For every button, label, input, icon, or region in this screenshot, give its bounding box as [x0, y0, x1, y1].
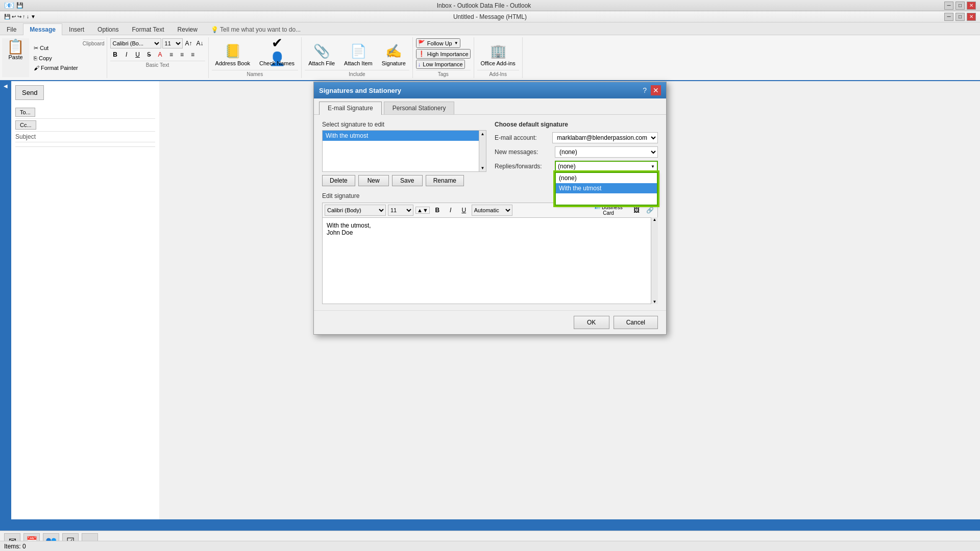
rename-btn[interactable]: Rename [426, 175, 464, 186]
edit-italic-btn[interactable]: I [445, 205, 456, 216]
replies-forwards-value: (none) [558, 163, 651, 170]
business-card-btn[interactable]: 🪪 Business Card [588, 205, 629, 216]
dialog-titlebar: Signatures and Stationery ? ✕ [314, 82, 666, 98]
ok-button[interactable]: OK [574, 316, 609, 329]
sig-list: With the utmost [323, 131, 479, 171]
dialog-title-controls: ? ✕ [643, 85, 661, 95]
replies-forwards-dropdown: (none) ▼ (none) With the utmost [555, 161, 658, 172]
new-messages-row: New messages: (none) With the utmost [495, 146, 658, 158]
size-stepper[interactable]: ▲▼ [415, 207, 430, 214]
email-account-select[interactable]: marklabarr@blenderpassion.com [552, 132, 658, 143]
email-account-label: E-mail account: [495, 134, 548, 141]
dropdown-option-with-utmost[interactable]: With the utmost [556, 183, 657, 193]
sig-list-container: With the utmost ▲ ▼ [322, 130, 486, 172]
default-sig-title: Choose default signature [495, 121, 658, 128]
sig-list-scrollbar[interactable]: ▲ ▼ [479, 131, 486, 171]
new-btn[interactable]: New [358, 175, 389, 186]
tab-personal-stationery[interactable]: Personal Stationery [384, 102, 455, 114]
edit-sig-section: Edit signature Calibri (Body) 11 ▲▼ B I … [314, 192, 666, 310]
edit-font-select[interactable]: Calibri (Body) [325, 205, 386, 216]
dropdown-arrow-icon: ▼ [651, 164, 655, 169]
replies-forwards-select-display[interactable]: (none) ▼ [555, 161, 658, 172]
dropdown-option-none[interactable]: (none) [556, 173, 657, 183]
cancel-button[interactable]: Cancel [614, 316, 658, 329]
dialog-footer: OK Cancel [314, 310, 666, 334]
sig-content-line1: With the utmost, [327, 222, 647, 229]
replies-forwards-row: Replies/forwards: (none) ▼ (none) With t… [495, 161, 658, 172]
dialog-help-btn[interactable]: ? [643, 86, 647, 94]
default-sig-section: Choose default signature E-mail account:… [495, 121, 658, 186]
save-btn[interactable]: Save [392, 175, 423, 186]
signatures-dialog: Signatures and Stationery ? ✕ E-mail Sig… [313, 82, 667, 335]
edit-sig-wrapper: With the utmost, John Doe ▲ ▼ [322, 217, 658, 304]
replies-forwards-label: Replies/forwards: [495, 163, 551, 170]
edit-size-select[interactable]: 11 [388, 205, 413, 216]
sig-list-section: Select signature to edit With the utmost… [322, 121, 486, 186]
edit-underline-btn[interactable]: U [458, 205, 470, 216]
email-account-row: E-mail account: marklabarr@blenderpassio… [495, 132, 658, 143]
delete-btn[interactable]: Delete [322, 175, 355, 186]
edit-color-select[interactable]: Automatic [472, 205, 512, 216]
dialog-overlay: Signatures and Stationery ? ✕ E-mail Sig… [0, 0, 980, 551]
dialog-tabs: E-mail Signature Personal Stationery [314, 98, 666, 115]
select-sig-label: Select signature to edit [322, 121, 486, 128]
new-messages-label: New messages: [495, 148, 551, 156]
sig-content-line2: John Doe [327, 229, 647, 236]
edit-sig-scrollbar[interactable]: ▲ ▼ [651, 217, 658, 304]
dropdown-option-empty [556, 193, 657, 205]
dialog-title: Signatures and Stationery [319, 87, 401, 94]
replies-forwards-dropdown-list[interactable]: (none) With the utmost [555, 172, 658, 206]
hyperlink-btn[interactable]: 🔗 [644, 205, 655, 216]
tab-email-signature[interactable]: E-mail Signature [319, 102, 382, 115]
new-messages-select[interactable]: (none) With the utmost [555, 146, 658, 158]
dialog-close-btn[interactable]: ✕ [651, 85, 661, 95]
sig-list-item-with-utmost[interactable]: With the utmost [323, 131, 479, 141]
edit-bold-btn[interactable]: B [432, 205, 443, 216]
new-messages-dropdown-wrapper: (none) With the utmost [555, 146, 658, 158]
dialog-body: Select signature to edit With the utmost… [314, 115, 666, 192]
picture-btn[interactable]: 🖼 [631, 205, 642, 216]
sig-actions: Delete New Save Rename [322, 175, 486, 186]
edit-sig-area[interactable]: With the utmost, John Doe [322, 217, 658, 304]
